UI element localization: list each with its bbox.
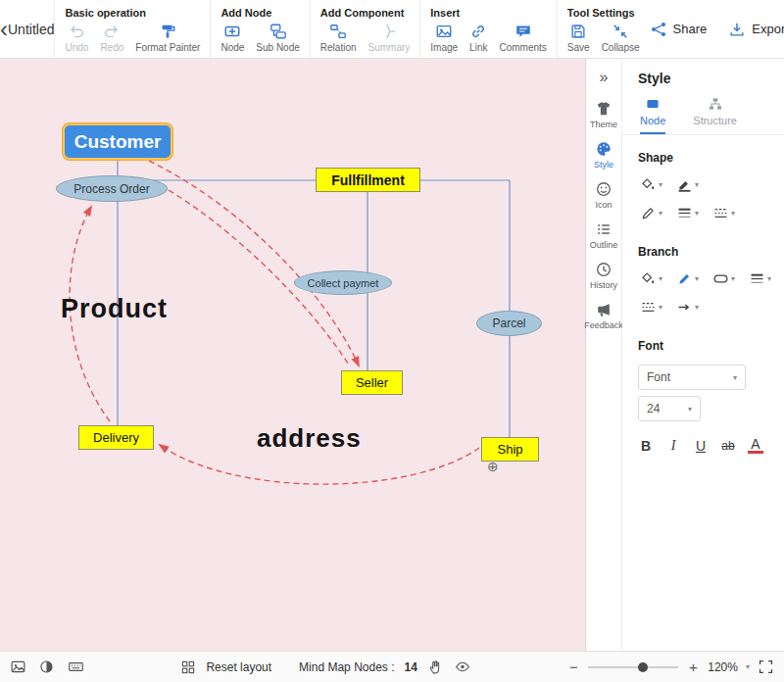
font-size-select[interactable]: 24 ▾ <box>638 396 701 421</box>
sidebar-item-outline[interactable]: Outline <box>590 220 618 250</box>
node-collect-paymet[interactable]: Collect paymet <box>294 270 392 295</box>
redo-icon <box>103 23 121 40</box>
fullscreen-icon[interactable] <box>758 658 774 675</box>
sidebar-item-history[interactable]: History <box>590 261 617 290</box>
node-label: Node <box>220 42 244 53</box>
insert-image-button[interactable]: Image <box>430 23 458 53</box>
document-title[interactable]: Untitled <box>8 0 54 58</box>
rounded-rect-icon <box>712 270 729 287</box>
relation-label: Relation <box>320 42 357 53</box>
image-icon <box>435 23 453 40</box>
node-process-order[interactable]: Process Order <box>56 175 168 202</box>
outline-label: Outline <box>590 240 618 250</box>
expand-node-icon[interactable]: ⊕ <box>487 460 499 473</box>
zoom-out-button[interactable]: − <box>566 658 580 675</box>
node-fullfillment[interactable]: Fullfillment <box>316 168 420 192</box>
contrast-icon[interactable] <box>38 658 55 675</box>
shape-buttons-row-2: ▾ ▾ ▾ <box>622 201 784 229</box>
sidebar-item-style[interactable]: Style <box>594 140 613 170</box>
toolbar: ‹ Untitled Basic operation Undo Redo <box>0 0 784 59</box>
background-color-icon <box>676 176 693 193</box>
statusbar-center: Reset layout Mind Map Nodes : 14 <box>180 658 470 675</box>
font-color-button[interactable]: A <box>748 437 763 454</box>
tab-node[interactable]: Node <box>640 96 665 134</box>
font-family-value: Font <box>647 370 670 384</box>
node-parcel[interactable]: Parcel <box>476 311 542 336</box>
reset-layout-label[interactable]: Reset layout <box>206 660 271 674</box>
undo-button[interactable]: Undo <box>65 23 88 53</box>
font-format-row: B I U ab A <box>622 427 784 463</box>
format-painter-button[interactable]: Format Painter <box>135 23 200 53</box>
shape-buttons-row-1: ▾ ▾ <box>622 172 784 201</box>
redo-button[interactable]: Redo <box>100 23 123 53</box>
branch-fill-color-button[interactable]: ▾ <box>638 268 664 289</box>
fill-color-icon <box>640 176 657 193</box>
summary-button[interactable]: Summary <box>368 23 411 53</box>
insert-link-button[interactable]: Link <box>469 23 487 53</box>
collapse-panel-icon[interactable]: » <box>600 69 609 86</box>
branch-line-color-button[interactable]: ▾ <box>674 268 701 289</box>
free-text-product[interactable]: Product <box>61 294 168 324</box>
branch-line-style-button[interactable]: ▾ <box>638 297 664 317</box>
statusbar-left <box>10 658 85 675</box>
node-seller[interactable]: Seller <box>341 370 403 395</box>
branch-shape-button[interactable]: ▾ <box>710 268 737 289</box>
add-sub-node-button[interactable]: Sub Node <box>256 23 299 53</box>
preview-eye-icon[interactable] <box>454 658 471 675</box>
zoom-slider[interactable] <box>588 666 678 668</box>
shape-border-width-button[interactable]: ▾ <box>674 203 701 223</box>
sidebar-item-feedback[interactable]: Feedback <box>584 301 623 330</box>
group-basic-operation: Basic operation Undo Redo Format Painter <box>54 0 210 58</box>
insert-comments-button[interactable]: Comments <box>499 23 546 53</box>
toolbar-right: Share Export <box>650 0 784 58</box>
thumbnail-icon[interactable] <box>10 658 26 675</box>
save-label: Save <box>567 42 590 53</box>
export-button[interactable]: Export <box>728 21 784 38</box>
nodes-count-value: 14 <box>405 660 417 674</box>
shape-border-style-button[interactable]: ▾ <box>710 203 737 223</box>
caret-down-icon: ▾ <box>733 373 737 382</box>
shape-background-color-button[interactable]: ▾ <box>674 174 701 195</box>
branch-width-button[interactable]: ▾ <box>747 268 773 289</box>
comments-icon <box>514 23 532 40</box>
add-node-button[interactable]: Node <box>220 23 244 53</box>
tab-structure[interactable]: Structure <box>693 96 737 134</box>
undo-icon <box>68 23 85 40</box>
share-button[interactable]: Share <box>650 21 708 38</box>
caret-down-icon[interactable]: ▾ <box>746 662 750 671</box>
caret-down-icon: ▾ <box>659 303 662 312</box>
shape-border-color-button[interactable]: ▾ <box>638 203 664 223</box>
italic-button[interactable]: I <box>665 438 681 454</box>
free-text-address[interactable]: address <box>257 423 362 454</box>
relation-button[interactable]: Relation <box>320 23 357 53</box>
node-delivery[interactable]: Delivery <box>78 425 154 450</box>
sidebar-item-theme[interactable]: Theme <box>590 100 617 129</box>
keyboard-shortcuts-icon[interactable] <box>67 658 85 675</box>
group-label: Add Component <box>320 7 411 19</box>
underline-button[interactable]: U <box>693 438 709 454</box>
zoom-in-button[interactable]: + <box>686 658 700 675</box>
node-customer[interactable]: Customer <box>63 123 172 160</box>
hand-tool-icon[interactable] <box>427 658 444 675</box>
reset-layout-icon[interactable] <box>180 659 196 675</box>
node-tab-icon <box>644 96 662 112</box>
caret-down-icon: ▾ <box>695 209 699 218</box>
shape-fill-color-button[interactable]: ▾ <box>638 174 664 195</box>
back-button[interactable]: ‹ <box>0 0 8 58</box>
zoom-level-value[interactable]: 120% <box>708 660 738 674</box>
statusbar-right: − + 120% ▾ <box>566 658 774 675</box>
sidebar-item-icon[interactable]: Icon <box>595 180 612 210</box>
zoom-slider-thumb[interactable] <box>638 662 648 672</box>
mindmap-canvas[interactable]: Customer Process Order Fullfillment Coll… <box>0 59 586 651</box>
group-label: Basic operation <box>65 7 200 19</box>
strikethrough-button[interactable]: ab <box>720 439 736 453</box>
branch-arrow-style-button[interactable]: ▾ <box>674 297 701 317</box>
save-button[interactable]: Save <box>567 23 590 53</box>
collapse-label: Collapse <box>602 42 640 53</box>
font-section-label: Font <box>622 323 784 361</box>
caret-down-icon: ▾ <box>731 274 735 283</box>
bold-button[interactable]: B <box>638 438 654 454</box>
feedback-icon <box>595 301 612 318</box>
font-family-select[interactable]: Font ▾ <box>638 365 746 390</box>
collapse-button[interactable]: Collapse <box>602 23 640 53</box>
